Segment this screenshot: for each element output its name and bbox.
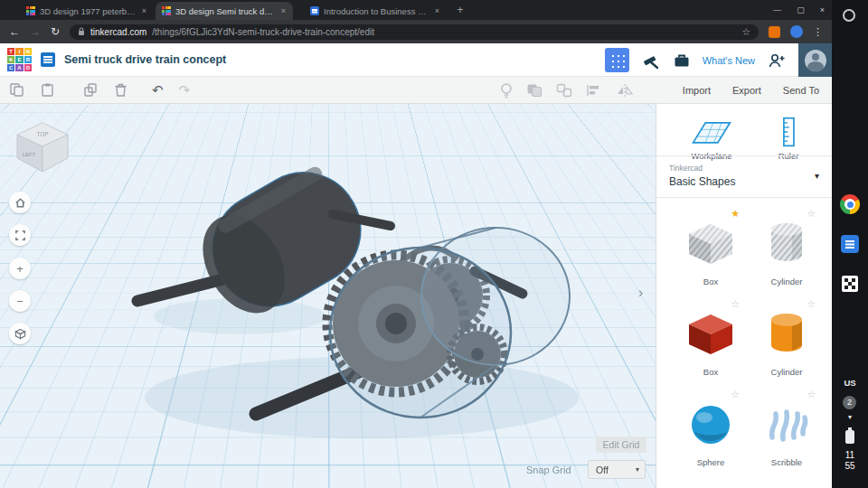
window-controls: — ▢ ×: [773, 0, 825, 20]
url-input[interactable]: tinkercad.com/things/6fGLJic3YdN-semi-tr…: [70, 24, 759, 40]
ungroup-icon[interactable]: [556, 83, 572, 98]
profile-avatar[interactable]: [790, 25, 803, 38]
dropdown-caret-icon: ▾: [636, 465, 645, 474]
bookmark-star-icon[interactable]: ☆: [741, 26, 750, 38]
system-clock[interactable]: 11 55: [832, 450, 868, 472]
reload-icon[interactable]: ↻: [51, 26, 60, 37]
shape-label: Box: [678, 277, 743, 286]
status-ring-icon[interactable]: [843, 9, 855, 22]
close-button[interactable]: ×: [820, 5, 825, 14]
tab-peterbuilt[interactable]: 3D design 1977 peterbuilt 359 | ×: [20, 2, 154, 20]
edit-toolbar: ↶ ↷: [0, 77, 832, 104]
design-title[interactable]: Semi truck drive train concept: [64, 53, 226, 66]
viewport-3d[interactable]: TOP LEFT +: [0, 104, 656, 488]
url-path: /things/6fGLJic3YdN-semi-truck-drive-tra…: [152, 27, 736, 37]
divider: [656, 197, 833, 198]
tab-intro-business[interactable]: Introduction to Business & Tech ×: [304, 2, 447, 20]
shapes-sidebar: Workplane Ruler Tinkercad Basic Shapes ▾…: [656, 104, 832, 488]
back-icon[interactable]: ←: [9, 26, 20, 37]
paste-icon[interactable]: [40, 82, 55, 98]
minimize-button[interactable]: —: [773, 5, 781, 14]
chrome-icon[interactable]: [840, 194, 860, 214]
snap-grid-value: Off: [589, 465, 636, 475]
shape-label: Sphere: [678, 457, 743, 467]
workspace: TOP LEFT +: [0, 104, 832, 488]
docs-app-icon[interactable]: [841, 235, 859, 253]
box-thumbnail: [685, 217, 736, 267]
snap-grid-label: Snap Grid: [526, 465, 571, 475]
workplane-tool[interactable]: Workplane: [680, 117, 743, 161]
tinkercad-logo[interactable]: TIN KER CAD: [7, 48, 32, 72]
qr-code-icon[interactable]: [842, 276, 858, 292]
tinkercad-favicon: [162, 6, 171, 15]
extension-icon[interactable]: [769, 26, 780, 38]
shape-label: Box: [678, 367, 743, 377]
edit-grid-button[interactable]: Edit Grid: [596, 436, 646, 453]
align-icon[interactable]: [586, 83, 602, 98]
ruler-icon: [778, 117, 799, 147]
keyboard-layout-indicator[interactable]: US: [832, 378, 868, 388]
scribble-thumbnail: [761, 398, 812, 448]
workplane-icon: [690, 117, 733, 147]
tray-chevron-icon[interactable]: ▾: [832, 413, 868, 421]
duplicate-icon[interactable]: [83, 82, 99, 98]
forward-icon[interactable]: →: [30, 26, 41, 37]
shape-label: Scribble: [754, 457, 819, 467]
tinkercad-header: TIN KER CAD Semi truck drive train conce…: [0, 43, 832, 77]
export-button[interactable]: Export: [732, 85, 761, 96]
cylinder-thumbnail: [761, 307, 812, 358]
browser-window: 3D design 1977 peterbuilt 359 | × 3D des…: [0, 0, 832, 488]
account-avatar[interactable]: [798, 43, 832, 77]
shape-cylinder-hatched[interactable]: ☆ Cylinder: [754, 208, 819, 295]
divider: [656, 155, 833, 156]
shape-scribble[interactable]: ☆ Scribble: [754, 389, 819, 475]
browser-menu-icon[interactable]: ⋮: [813, 26, 823, 38]
copy-icon[interactable]: [9, 82, 24, 98]
group-icon[interactable]: [526, 83, 542, 98]
design-properties-icon[interactable]: [41, 52, 55, 67]
lightbulb-icon[interactable]: [500, 82, 513, 99]
tab-close-icon[interactable]: ×: [280, 6, 287, 15]
drive-train-model[interactable]: [0, 104, 656, 488]
shape-sphere[interactable]: ☆ Sphere: [678, 389, 743, 475]
mirror-icon[interactable]: [616, 83, 634, 98]
invite-person-icon[interactable]: [767, 52, 787, 70]
shape-cylinder-orange[interactable]: ☆ Cylinder: [754, 298, 819, 385]
sidebar-collapse-handle[interactable]: ›: [638, 285, 643, 301]
sphere-thumbnail: [685, 398, 736, 448]
clock-hour: 11: [832, 450, 868, 461]
chevron-down-icon[interactable]: ▾: [815, 171, 819, 181]
url-domain: tinkercad.com: [90, 27, 146, 37]
shape-box-red[interactable]: ☆ Box: [678, 298, 743, 385]
send-to-button[interactable]: Send To: [783, 85, 819, 96]
tab-close-icon[interactable]: ×: [434, 6, 440, 15]
arrange-tools: [500, 82, 634, 99]
shape-label: Cylinder: [754, 367, 819, 377]
maximize-button[interactable]: ▢: [797, 5, 805, 14]
box-thumbnail: [685, 307, 736, 358]
new-tab-button[interactable]: +: [452, 3, 468, 19]
tab-drive-train[interactable]: 3D design Semi truck drive train ×: [156, 2, 293, 20]
import-button[interactable]: Import: [683, 85, 711, 96]
toolbox-icon[interactable]: [641, 51, 661, 70]
delete-icon[interactable]: [114, 82, 127, 98]
briefcase-icon[interactable]: [673, 52, 691, 70]
battery-icon[interactable]: [845, 430, 854, 444]
lock-icon: [78, 27, 85, 36]
library-dropdown[interactable]: Basic Shapes: [669, 175, 735, 188]
undo-icon[interactable]: ↶: [152, 82, 164, 99]
tinkercad-favicon: [26, 6, 35, 15]
tab-close-icon[interactable]: ×: [141, 6, 147, 15]
whats-new-link[interactable]: What's New: [703, 55, 755, 66]
toolbar-right: Import Export Send To: [500, 77, 832, 103]
cylinder-thumbnail: [761, 217, 812, 267]
avatar: [805, 50, 826, 71]
redo-icon[interactable]: ↷: [179, 82, 191, 99]
snap-grid-dropdown[interactable]: Off ▾: [588, 460, 646, 479]
notification-badge[interactable]: 2: [843, 396, 856, 409]
apps-grid-button[interactable]: [605, 48, 629, 72]
screen: 3D design 1977 peterbuilt 359 | × 3D des…: [0, 0, 868, 488]
ruler-tool[interactable]: Ruler: [761, 117, 816, 161]
shape-box-hatched[interactable]: ★ Box: [678, 208, 743, 295]
os-shelf: US 2 ▾ 11 55: [832, 0, 868, 488]
